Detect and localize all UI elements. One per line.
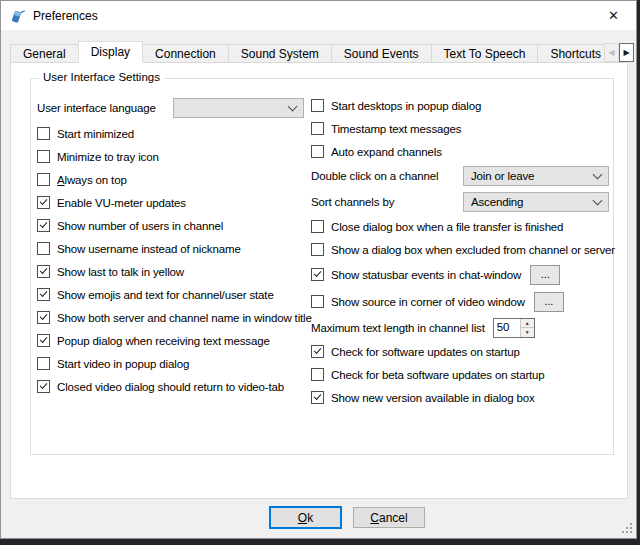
checkbox-show-number-of-users[interactable]: Show number of users in channel xyxy=(37,214,312,237)
chevron-down-icon xyxy=(593,196,603,206)
double-click-label: Double click on a channel xyxy=(311,170,463,182)
checkbox-check-software-updates-on-startup[interactable]: Check for software updates on startup xyxy=(311,340,621,363)
checkbox-box[interactable] xyxy=(37,150,50,163)
language-label: User interface language xyxy=(37,102,173,114)
left-settings-column: User interface language Start minimized … xyxy=(37,94,312,398)
tab-shortcuts[interactable]: Shortcuts xyxy=(537,44,614,63)
checkbox-timestamp-text-messages[interactable]: Timestamp text messages xyxy=(311,117,621,140)
ok-button[interactable]: Ok xyxy=(269,506,342,529)
checkbox-show-emojis-and-text[interactable]: Show emojis and text for channel/user st… xyxy=(37,283,312,306)
spinner-buttons: ▲ ▼ xyxy=(520,319,534,337)
group-title: User Interface Settings xyxy=(39,71,164,83)
spinner-value[interactable]: 50 xyxy=(494,319,520,337)
checkbox-show-server-and-channel-in-title[interactable]: Show both server and channel name in win… xyxy=(37,306,312,329)
title-bar[interactable]: Preferences ✕ xyxy=(1,1,636,30)
chevron-down-icon xyxy=(288,102,298,112)
checkbox-closed-video-return-to-video-tab[interactable]: Closed video dialog should return to vid… xyxy=(37,375,312,398)
chevron-down-icon xyxy=(593,170,603,180)
checkbox-popup-dialog-on-text-message[interactable]: Popup dialog when receiving text message xyxy=(37,329,312,352)
checkbox-box[interactable] xyxy=(37,265,50,278)
statusbar-events-more-button[interactable]: ... xyxy=(530,265,560,285)
checkbox-close-dialog-on-file-transfer-finished[interactable]: Close dialog box when a file transfer is… xyxy=(311,215,621,238)
checkbox-show-dialog-when-excluded[interactable]: Show a dialog box when excluded from cha… xyxy=(311,238,621,261)
checkbox-box[interactable] xyxy=(37,219,50,232)
tab-scroll-right-icon[interactable]: ▶ xyxy=(619,43,634,62)
tab-display[interactable]: Display xyxy=(78,41,143,63)
sort-channels-by-select[interactable]: Ascending xyxy=(463,192,609,212)
sort-channels-row: Sort channels by Ascending xyxy=(311,189,621,215)
checkbox-box[interactable] xyxy=(311,145,324,158)
checkbox-box[interactable] xyxy=(37,311,50,324)
checkbox-box[interactable] xyxy=(37,288,50,301)
checkbox-box[interactable] xyxy=(311,295,324,308)
tab-bar: General Display Connection Sound System … xyxy=(10,41,628,63)
checkbox-box[interactable] xyxy=(37,196,50,209)
checkbox-show-username-instead-of-nickname[interactable]: Show username instead of nickname xyxy=(37,237,312,260)
language-row: User interface language xyxy=(37,94,312,122)
language-select[interactable] xyxy=(173,98,304,118)
tab-general[interactable]: General xyxy=(10,44,79,63)
tab-connection[interactable]: Connection xyxy=(142,44,229,63)
checkbox-box[interactable] xyxy=(311,391,324,404)
checkbox-show-source-in-corner-of-video[interactable]: Show source in corner of video window ..… xyxy=(311,288,621,315)
spin-up-icon[interactable]: ▲ xyxy=(521,319,534,329)
checkbox-box[interactable] xyxy=(37,173,50,186)
checkbox-box[interactable] xyxy=(311,368,324,381)
double-click-row: Double click on a channel Join or leave xyxy=(311,163,621,189)
checkbox-box[interactable] xyxy=(37,357,50,370)
double-click-on-channel-select[interactable]: Join or leave xyxy=(463,166,609,186)
sort-select-value: Ascending xyxy=(471,196,523,208)
checkbox-start-minimized[interactable]: Start minimized xyxy=(37,122,312,145)
app-icon xyxy=(9,8,25,24)
checkbox-show-new-version-in-dialog-box[interactable]: Show new version available in dialog box xyxy=(311,386,621,409)
close-icon[interactable]: ✕ xyxy=(591,1,636,30)
preferences-dialog: Preferences ✕ General Display Connection… xyxy=(0,0,637,539)
sort-channels-label: Sort channels by xyxy=(311,196,463,208)
desktop-background: Preferences ✕ General Display Connection… xyxy=(0,0,640,545)
window-title: Preferences xyxy=(33,9,98,23)
right-settings-column: Start desktops in popup dialog Timestamp… xyxy=(311,94,621,409)
checkbox-start-video-in-popup-dialog[interactable]: Start video in popup dialog xyxy=(37,352,312,375)
checkbox-show-statusbar-events-in-chat-window[interactable]: Show statusbar events in chat-window ... xyxy=(311,261,621,288)
tab-sound-system[interactable]: Sound System xyxy=(228,44,332,63)
checkbox-box[interactable] xyxy=(37,334,50,347)
checkbox-box[interactable] xyxy=(311,243,324,256)
checkbox-show-last-to-talk-in-yellow[interactable]: Show last to talk in yellow xyxy=(37,260,312,283)
checkbox-box[interactable] xyxy=(311,268,324,281)
checkbox-always-on-top[interactable]: Always on top xyxy=(37,168,312,191)
checkbox-box[interactable] xyxy=(311,345,324,358)
maximum-text-length-label: Maximum text length in channel list xyxy=(311,322,485,334)
checkbox-enable-vu-meter-updates[interactable]: Enable VU-meter updates xyxy=(37,191,312,214)
video-source-more-button[interactable]: ... xyxy=(534,292,564,312)
maximum-text-length-spinner[interactable]: 50 ▲ ▼ xyxy=(493,318,535,338)
checkbox-box[interactable] xyxy=(311,122,324,135)
checkbox-check-beta-updates-on-startup[interactable]: Check for beta software updates on start… xyxy=(311,363,621,386)
tab-scroll-left-icon: ◀ xyxy=(604,43,619,62)
tab-text-to-speech[interactable]: Text To Speech xyxy=(431,44,539,63)
checkbox-box[interactable] xyxy=(37,380,50,393)
checkbox-auto-expand-channels[interactable]: Auto expand channels xyxy=(311,140,621,163)
checkbox-minimize-to-tray-icon[interactable]: Minimize to tray icon xyxy=(37,145,312,168)
cancel-button[interactable]: Cancel xyxy=(353,507,425,528)
checkbox-box[interactable] xyxy=(311,99,324,112)
resize-grip[interactable] xyxy=(622,523,633,534)
checkbox-box[interactable] xyxy=(311,220,324,233)
checkbox-box[interactable] xyxy=(37,127,50,140)
maximum-text-length-row: Maximum text length in channel list 50 ▲… xyxy=(311,315,621,340)
checkbox-box[interactable] xyxy=(37,242,50,255)
display-tab-page: User Interface Settings User interface l… xyxy=(10,62,628,499)
double-click-select-value: Join or leave xyxy=(471,170,534,182)
checkbox-start-desktops-in-popup-dialog[interactable]: Start desktops in popup dialog xyxy=(311,94,621,117)
tab-scroll-buttons: ◀ ▶ xyxy=(604,43,634,62)
tab-sound-events[interactable]: Sound Events xyxy=(331,44,432,63)
spin-down-icon[interactable]: ▼ xyxy=(521,328,534,337)
